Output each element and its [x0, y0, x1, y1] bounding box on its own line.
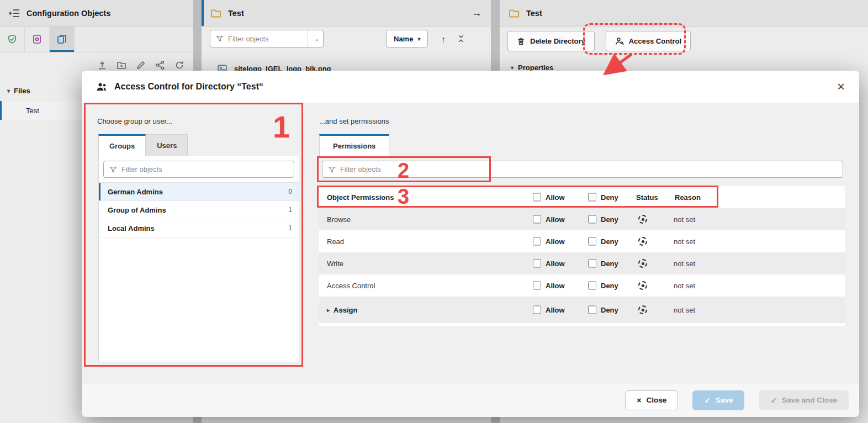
permission-reason: not set [674, 306, 695, 314]
allow-label: Allow [546, 260, 565, 268]
header-reason: Reason [675, 193, 701, 202]
header-allow-checkbox[interactable] [533, 193, 541, 202]
allow-label: Allow [546, 306, 565, 314]
left-panel-header: Configuration Objects [0, 0, 193, 27]
object-type-tabs [0, 27, 193, 52]
right-panel-title: Test [526, 9, 542, 18]
collapse-all-icon[interactable] [457, 34, 465, 43]
group-row[interactable]: Group of Admins 1 [99, 201, 299, 219]
access-control-button[interactable]: Access Control [606, 31, 691, 51]
tab-permissions[interactable]: Permissions [319, 134, 389, 156]
status-not-set-icon [638, 237, 647, 246]
group-row[interactable]: German Admins 0 [99, 183, 299, 201]
allow-checkbox[interactable] [533, 260, 541, 268]
filter-submit-button[interactable]: → [308, 30, 323, 47]
header-deny-label: Deny [601, 193, 618, 202]
deny-checkbox[interactable] [588, 215, 596, 224]
group-filter [103, 161, 294, 178]
deny-checkbox[interactable] [588, 237, 596, 246]
permission-reason: not set [674, 260, 695, 268]
access-control-dialog: Access Control for Directory “Test“ × Ch… [82, 71, 859, 417]
dialog-title: Access Control for Directory “Test“ [114, 82, 263, 92]
chevron-down-icon: ▾ [7, 88, 10, 94]
close-button[interactable]: × Close [625, 390, 678, 410]
edit-icon[interactable] [136, 60, 146, 70]
save-button[interactable]: ✓ Save [692, 390, 744, 410]
allow-label: Allow [546, 215, 565, 224]
allow-checkbox[interactable] [533, 306, 541, 314]
allow-checkbox[interactable] [533, 215, 541, 224]
close-icon[interactable]: × [837, 80, 845, 93]
chevron-right-icon: ▸ [327, 307, 330, 313]
permission-reason: not set [674, 215, 695, 224]
deny-checkbox[interactable] [588, 306, 596, 314]
group-row[interactable]: Local Admins 1 [99, 219, 299, 237]
group-list: German Admins 0 Group of Admins 1 Local … [99, 182, 299, 237]
tab-users[interactable]: Users [146, 134, 188, 156]
close-button-label: Close [646, 396, 666, 404]
tab-profiles[interactable] [0, 27, 25, 52]
deny-checkbox[interactable] [588, 282, 596, 290]
trash-icon [517, 37, 525, 46]
group-name: Group of Admins [108, 206, 166, 214]
permission-name: Browse [327, 215, 351, 224]
sidebar-toggle-icon[interactable] [9, 9, 20, 18]
dialog-header: Access Control for Directory “Test“ × [82, 71, 859, 103]
new-folder-icon[interactable] [117, 60, 126, 70]
allow-checkbox[interactable] [533, 282, 541, 290]
sort-direction-icon[interactable]: ↑ [441, 34, 446, 44]
permission-row-assign[interactable]: ▸ Assign Allow Deny not set [319, 297, 845, 323]
permission-name: Access Control [327, 282, 375, 290]
header-status: Status [636, 193, 658, 202]
allow-checkbox[interactable] [533, 237, 541, 246]
tab-apps[interactable] [25, 27, 50, 52]
permissions-filter-input[interactable] [340, 165, 843, 173]
deny-label: Deny [601, 282, 618, 290]
group-name: German Admins [108, 188, 163, 196]
check-icon: ✓ [770, 396, 777, 405]
files-section-label: Files [14, 87, 30, 95]
permission-reason: not set [674, 282, 695, 290]
tab-groups[interactable]: Groups [98, 134, 146, 156]
mid-toolbar: → Name ▾ ↑ [202, 27, 491, 51]
permissions-filter [322, 161, 843, 178]
permission-row-browse: Browse Allow Deny not set [319, 208, 845, 230]
group-list-panel: German Admins 0 Group of Admins 1 Local … [98, 156, 299, 362]
close-icon: × [637, 396, 641, 405]
mid-filter-input[interactable] [228, 35, 303, 43]
save-and-close-button-label: Save and Close [782, 396, 837, 404]
group-filter-input[interactable] [121, 165, 294, 173]
right-panel-header: Test [500, 0, 868, 27]
chevron-down-icon: ▾ [511, 65, 514, 71]
share-icon[interactable] [155, 60, 165, 70]
sort-by-button[interactable]: Name ▾ [386, 30, 428, 47]
left-panel-title: Configuration Objects [27, 9, 110, 18]
status-not-set-icon [638, 305, 647, 314]
directory-actions-toolbar: Delete Directory Access Control [500, 27, 868, 56]
group-count: 1 [288, 224, 292, 232]
mid-filter: → [210, 30, 324, 47]
deny-label: Deny [601, 215, 618, 224]
open-directory-arrow-icon[interactable]: → [472, 7, 482, 19]
permissions-table-header: Object Permissions Allow Deny Status Rea… [319, 186, 845, 208]
filter-funnel-icon [328, 166, 336, 173]
dialog-body: Choose group or user... Groups Users Ger… [82, 103, 859, 383]
filter-funnel-icon [216, 35, 224, 43]
delete-directory-button[interactable]: Delete Directory [507, 31, 595, 51]
header-deny-checkbox[interactable] [588, 193, 596, 202]
status-not-set-icon [638, 281, 647, 290]
refresh-icon[interactable] [174, 60, 184, 70]
save-and-close-button[interactable]: ✓ Save and Close [759, 390, 849, 410]
tab-files[interactable] [50, 27, 75, 52]
selection-accent-bar [202, 0, 204, 26]
permission-row-read: Read Allow Deny not set [319, 230, 845, 252]
delete-directory-label: Delete Directory [530, 37, 585, 45]
check-icon: ✓ [704, 396, 711, 405]
group-count: 1 [288, 206, 292, 214]
status-not-set-icon [638, 215, 647, 224]
chooser-tabs: Groups Users [98, 134, 188, 156]
deny-checkbox[interactable] [588, 260, 596, 268]
upload-icon[interactable] [97, 60, 107, 70]
sort-by-label: Name [394, 35, 413, 43]
deny-label: Deny [601, 260, 618, 268]
